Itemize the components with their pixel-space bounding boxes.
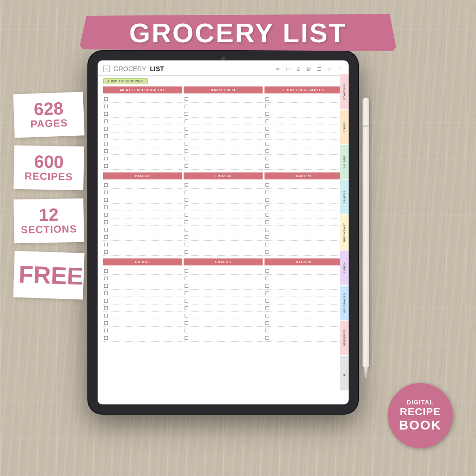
- checkbox[interactable]: [265, 198, 269, 202]
- checkbox[interactable]: [185, 306, 188, 310]
- checkbox[interactable]: [265, 291, 269, 295]
- checkbox[interactable]: [185, 299, 188, 303]
- checkbox[interactable]: [104, 142, 108, 145]
- checkbox[interactable]: [185, 235, 188, 239]
- checkbox[interactable]: [265, 321, 269, 325]
- checkbox[interactable]: [265, 134, 269, 138]
- checkbox[interactable]: [265, 269, 269, 273]
- checkbox[interactable]: [185, 157, 188, 160]
- checkbox[interactable]: [265, 277, 269, 280]
- checkbox[interactable]: [265, 205, 269, 209]
- checkbox[interactable]: [104, 314, 108, 317]
- checkbox[interactable]: [185, 198, 188, 202]
- tab-sauces[interactable]: SAUCES: [340, 180, 349, 214]
- checkbox[interactable]: [185, 329, 188, 332]
- jump-button[interactable]: JUMP TO SHOPPING: [98, 76, 349, 86]
- checkbox[interactable]: [185, 105, 188, 108]
- checkbox[interactable]: [265, 250, 269, 254]
- checkbox[interactable]: [104, 198, 108, 202]
- checkbox[interactable]: [104, 299, 108, 303]
- checkbox[interactable]: [104, 164, 108, 168]
- checkbox[interactable]: [265, 220, 269, 224]
- checkbox[interactable]: [265, 127, 269, 131]
- tab-beverages[interactable]: BEVERAGES: [340, 286, 349, 320]
- checkbox[interactable]: [265, 299, 269, 303]
- checkbox[interactable]: [104, 105, 108, 108]
- checkbox[interactable]: [185, 142, 188, 145]
- checkbox[interactable]: [104, 269, 108, 273]
- checkbox[interactable]: [185, 291, 188, 295]
- checkbox[interactable]: [185, 220, 188, 224]
- checkbox[interactable]: [185, 243, 188, 246]
- checkbox[interactable]: [104, 127, 108, 131]
- checkbox[interactable]: [185, 336, 188, 340]
- checkbox[interactable]: [265, 183, 269, 187]
- checkbox[interactable]: [265, 142, 269, 145]
- checkbox[interactable]: [265, 119, 269, 123]
- checkbox[interactable]: [104, 134, 108, 138]
- checkbox[interactable]: [265, 213, 269, 217]
- checkbox[interactable]: [185, 183, 188, 187]
- tab-salads[interactable]: SALADS: [340, 145, 349, 179]
- checkbox[interactable]: [265, 235, 269, 239]
- tab-desserts[interactable]: DESSERTS: [340, 321, 349, 355]
- checkbox[interactable]: [185, 127, 188, 131]
- checkbox[interactable]: [185, 149, 188, 153]
- checkbox[interactable]: [104, 329, 108, 332]
- checkbox[interactable]: [185, 314, 188, 317]
- checkbox[interactable]: [185, 164, 188, 168]
- checkbox[interactable]: [265, 112, 269, 116]
- tab-breakfast[interactable]: BREAKFAST: [340, 215, 349, 250]
- checkbox[interactable]: [185, 97, 188, 101]
- checkbox[interactable]: [104, 235, 108, 239]
- checkbox[interactable]: [185, 213, 188, 217]
- checkbox[interactable]: [265, 243, 269, 246]
- checkbox[interactable]: [265, 149, 269, 153]
- checkbox[interactable]: [104, 250, 108, 254]
- checkbox[interactable]: [104, 228, 108, 231]
- checkbox[interactable]: [104, 112, 108, 116]
- tab-lunch[interactable]: LUNCH: [340, 251, 349, 285]
- checkbox[interactable]: [265, 306, 269, 310]
- checkbox[interactable]: [265, 336, 269, 340]
- checkbox[interactable]: [104, 306, 108, 310]
- checkbox[interactable]: [104, 205, 108, 209]
- checkbox[interactable]: [185, 250, 188, 254]
- tab-starters[interactable]: STARTERS: [340, 74, 349, 109]
- checkbox[interactable]: [265, 329, 269, 332]
- checkbox[interactable]: [104, 183, 108, 187]
- checkbox[interactable]: [104, 157, 108, 160]
- checkbox[interactable]: [185, 321, 188, 325]
- checkbox[interactable]: [104, 291, 108, 295]
- checkbox[interactable]: [185, 119, 188, 123]
- checkbox[interactable]: [104, 191, 108, 194]
- checkbox[interactable]: [185, 269, 188, 273]
- checkbox[interactable]: [104, 119, 108, 123]
- checkbox[interactable]: [185, 228, 188, 231]
- checkbox[interactable]: [185, 112, 188, 116]
- checkbox[interactable]: [265, 157, 269, 160]
- checkbox[interactable]: [265, 105, 269, 108]
- checkbox[interactable]: [185, 284, 188, 288]
- checkbox[interactable]: [185, 191, 188, 194]
- checkbox[interactable]: [265, 314, 269, 317]
- checkbox[interactable]: [185, 134, 188, 138]
- tab-soups[interactable]: SOUPS: [340, 110, 349, 144]
- checkbox[interactable]: [104, 277, 108, 280]
- checkbox[interactable]: [104, 336, 108, 340]
- checkbox[interactable]: [104, 213, 108, 217]
- checkbox[interactable]: [265, 284, 269, 288]
- checkbox[interactable]: [104, 243, 108, 246]
- checkbox[interactable]: [104, 284, 108, 288]
- checkbox[interactable]: [265, 97, 269, 101]
- checkbox[interactable]: [104, 220, 108, 224]
- checkbox[interactable]: [104, 321, 108, 325]
- checkbox[interactable]: [265, 164, 269, 168]
- tab-other[interactable]: B...: [340, 356, 349, 390]
- checkbox[interactable]: [265, 191, 269, 194]
- checkbox[interactable]: [104, 97, 108, 101]
- checkbox[interactable]: [185, 277, 188, 280]
- checkbox[interactable]: [104, 149, 108, 153]
- checkbox[interactable]: [265, 228, 269, 231]
- checkbox[interactable]: [185, 205, 188, 209]
